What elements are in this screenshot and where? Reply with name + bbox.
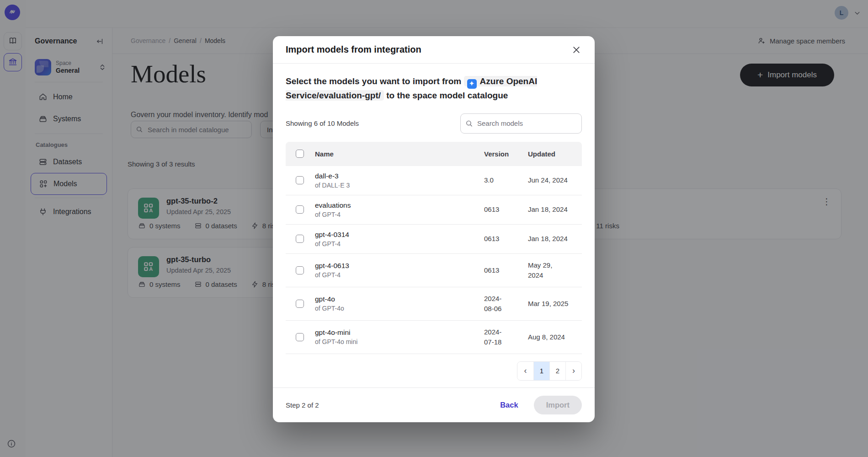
column-header-version: Version [484,150,528,158]
model-updated: Aug 8, 2024 [528,333,565,341]
models-count-summary: Showing 6 of 10 Models [286,119,359,127]
modal-footer: Step 2 of 2 Back Import [273,387,595,422]
row-checkbox[interactable] [296,300,304,308]
table-row[interactable]: gpt-4-0314of GPT-4 0613 Jan 18, 2024 [286,225,582,254]
modal-description: Select the models you want to import fro… [286,75,576,102]
model-name: gpt-4o-mini [315,328,484,337]
model-version: 2024-07-18 [484,327,508,347]
table-row[interactable]: evaluationsof GPT-4 0613 Jan 18, 2024 [286,195,582,225]
azure-icon: ✦ [467,79,477,89]
search-icon [465,119,473,127]
next-page-button[interactable]: › [565,362,581,380]
modal-search [460,113,582,134]
row-checkbox[interactable] [296,266,304,274]
step-indicator: Step 2 of 2 [286,401,319,409]
page-2-button[interactable]: 2 [549,362,565,380]
close-icon[interactable] [570,43,583,56]
models-table: Name Version Updated dall-e-3of DALL·E 3… [286,142,582,354]
model-updated: Jun 24, 2024 [528,176,568,184]
table-row[interactable]: gpt-4-0613of GPT-4 0613 May 29, 2024 [286,254,582,287]
model-updated: May 29, 2024 [528,260,558,280]
previous-page-button[interactable]: ‹ [517,362,533,380]
column-header-name: Name [315,150,484,158]
select-all-checkbox[interactable] [296,150,304,158]
table-row[interactable]: gpt-4oof GPT-4o 2024-08-06 Mar 19, 2025 [286,287,582,321]
pagination: ‹ 1 2 › [517,361,582,381]
row-checkbox[interactable] [296,235,304,243]
modal-title: Import models from integration [286,44,421,55]
model-version: 0613 [484,205,499,213]
model-version: 0613 [484,235,499,242]
modal-header: Import models from integration [273,36,595,64]
model-version: 3.0 [484,176,494,184]
model-name: gpt-4o [315,295,484,303]
model-name: dall-e-3 [315,172,484,180]
app: Governance Space General [0,0,868,457]
column-header-updated: Updated [528,150,582,158]
model-family: of GPT-4 [315,240,484,247]
model-family: of DALL·E 3 [315,182,484,189]
model-updated: Jan 18, 2024 [528,235,568,242]
import-button[interactable]: Import [534,396,582,414]
table-row[interactable]: dall-e-3of DALL·E 3 3.0 Jun 24, 2024 [286,166,582,195]
back-button[interactable]: Back [500,401,518,409]
table-row[interactable]: gpt-4o-miniof GPT-4o mini 2024-07-18 Aug… [286,321,582,354]
model-family: of GPT-4 [315,271,484,279]
search-models-input[interactable] [460,113,582,134]
model-version: 0613 [484,266,499,274]
model-updated: Jan 18, 2024 [528,205,568,213]
model-family: of GPT-4o [315,305,484,312]
description-suffix: to the space model catalogue [386,91,508,100]
model-family: of GPT-4o mini [315,338,484,345]
model-family: of GPT-4 [315,211,484,218]
model-name: gpt-4-0314 [315,231,484,239]
description-prefix: Select the models you want to import fro… [286,76,461,86]
model-updated: Mar 19, 2025 [528,300,568,307]
row-checkbox[interactable] [296,176,304,184]
row-checkbox[interactable] [296,205,304,214]
page-1-button[interactable]: 1 [533,362,549,380]
model-version: 2024-08-06 [484,294,508,314]
import-models-modal: Import models from integration Select th… [273,36,595,422]
model-name: evaluations [315,201,484,210]
row-checkbox[interactable] [296,333,304,341]
table-header-row: Name Version Updated [286,142,582,166]
model-name: gpt-4-0613 [315,262,484,270]
